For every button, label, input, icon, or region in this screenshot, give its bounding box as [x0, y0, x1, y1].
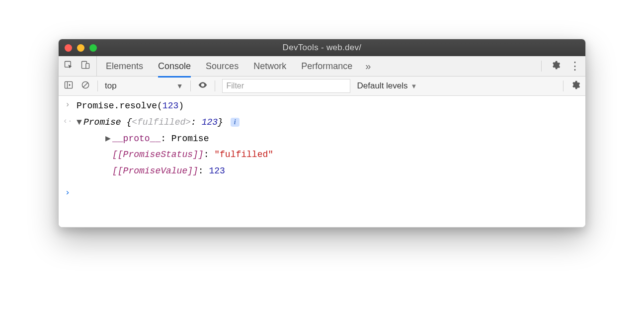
window-title: DevTools - web.dev/	[283, 43, 362, 53]
separator	[190, 80, 191, 91]
panel-tabs: Elements Console Sources Network Perform…	[106, 56, 352, 76]
device-toolbar-icon[interactable]	[80, 60, 90, 73]
tab-console[interactable]: Console	[158, 56, 191, 78]
console-input-echo: › Promise.resolve(123)	[64, 98, 580, 114]
execution-context-select[interactable]: top ▼	[105, 81, 183, 91]
toggle-sidebar-icon[interactable]	[64, 80, 74, 92]
result-property-value: [[PromiseValue]]: 123	[64, 163, 580, 179]
zoom-window-button[interactable]	[89, 44, 97, 52]
console-prompt[interactable]: ›	[64, 184, 580, 201]
separator	[215, 80, 215, 91]
levels-label: Default levels	[357, 81, 408, 91]
titlebar: DevTools - web.dev/	[59, 39, 585, 56]
live-expression-eye-icon[interactable]	[198, 80, 208, 92]
svg-line-6	[83, 82, 87, 87]
disclosure-triangle-icon[interactable]: ▶	[105, 132, 112, 146]
clear-console-icon[interactable]	[80, 80, 90, 92]
log-levels-select[interactable]: Default levels ▼	[357, 81, 417, 91]
devtools-window: DevTools - web.dev/ Elements Console Sou…	[58, 39, 586, 228]
tabs-overflow-icon[interactable]: »	[365, 61, 371, 72]
kebab-menu-icon[interactable]: ⋮	[569, 61, 580, 72]
panel-tabbar: Elements Console Sources Network Perform…	[59, 56, 585, 77]
console-settings-gear-icon[interactable]	[570, 80, 580, 92]
input-code: Promise.resolve(123)	[77, 99, 184, 113]
separator	[541, 61, 542, 72]
console-toolbar: top ▼ Default levels ▼	[59, 77, 585, 96]
close-window-button[interactable]	[65, 44, 72, 52]
chevron-down-icon: ▼	[411, 82, 417, 90]
separator	[563, 80, 564, 91]
console-output: › Promise.resolve(123) ‹· ▼Promise {<ful…	[59, 96, 585, 227]
input-marker-icon: ›	[64, 99, 72, 112]
settings-gear-icon[interactable]	[551, 60, 561, 73]
tab-performance[interactable]: Performance	[301, 56, 352, 76]
filter-input[interactable]	[222, 79, 350, 93]
context-label: top	[105, 81, 117, 91]
svg-rect-3	[65, 81, 73, 88]
info-icon[interactable]: i	[231, 118, 240, 127]
console-result[interactable]: ‹· ▼Promise {<fulfilled>: 123} i	[64, 114, 580, 131]
result-property-proto[interactable]: ▶__proto__: Promise	[64, 131, 580, 147]
minimize-window-button[interactable]	[77, 44, 84, 52]
svg-rect-2	[86, 63, 89, 68]
separator	[97, 80, 98, 91]
tab-elements[interactable]: Elements	[106, 56, 143, 76]
output-marker-icon: ‹·	[64, 115, 72, 128]
tab-network[interactable]: Network	[253, 56, 286, 76]
disclosure-triangle-icon[interactable]: ▼	[77, 115, 83, 130]
result-property-status: [[PromiseStatus]]: "fulfilled"	[64, 147, 580, 163]
inspect-element-icon[interactable]	[64, 60, 74, 73]
result-header: ▼Promise {<fulfilled>: 123} i	[77, 115, 240, 130]
chevron-down-icon: ▼	[176, 82, 183, 90]
tab-sources[interactable]: Sources	[206, 56, 239, 76]
prompt-marker-icon: ›	[64, 185, 72, 200]
window-controls	[65, 44, 97, 52]
